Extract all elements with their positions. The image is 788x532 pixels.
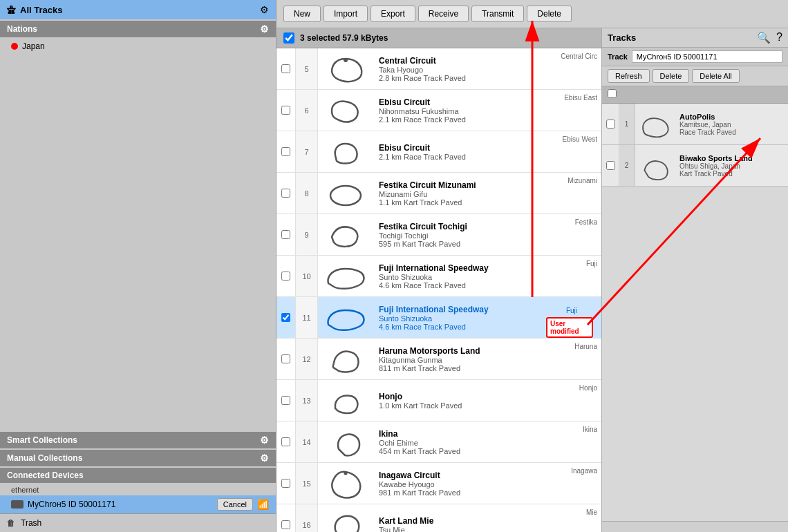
refresh-button[interactable]: Refresh (608, 69, 650, 83)
track-info: Haruna Motorsports Land Kitagunma Gunma … (373, 339, 546, 379)
track-tag: Central Circ (546, 48, 601, 89)
track-checkbox[interactable] (281, 396, 290, 405)
track-details: 4.6 km Race Track Paved (379, 323, 541, 331)
track-checkbox-container[interactable] (276, 297, 296, 338)
track-number: 12 (296, 339, 318, 379)
selection-summary: 3 selected 57.9 kBytes (300, 33, 388, 43)
track-checkbox-container[interactable] (276, 48, 296, 89)
track-checkbox[interactable] (281, 479, 290, 488)
search-icon[interactable]: 🔍 (757, 31, 771, 44)
manual-collections-settings-icon[interactable]: ⚙ (260, 453, 269, 464)
track-name: Ebisu Circuit (379, 97, 541, 107)
track-item: 12 Haruna Motorsports Land Kitagunma Gun… (276, 339, 601, 380)
track-checkbox[interactable] (281, 230, 290, 239)
track-checkbox-container[interactable] (276, 256, 296, 296)
track-number: 14 (296, 421, 318, 462)
track-checkbox[interactable] (281, 437, 290, 446)
nations-section: Nations ⚙ (0, 21, 276, 37)
track-name: Ebisu Circuit (379, 143, 541, 153)
device-item[interactable]: MyChrон5 ID 50001171 Cancel 📶 (0, 495, 276, 513)
track-checkbox[interactable] (281, 520, 290, 529)
track-item: 9 Festika Circuit Tochigi Tochigi Tochig… (276, 214, 601, 256)
track-details: 2.1 km Race Track Paved (379, 153, 541, 161)
track-checkbox-container[interactable] (276, 380, 296, 421)
all-tracks-header[interactable]: 🛣 All Tracks ⚙ (0, 0, 276, 19)
track-details: 1.1 km Kart Track Paved (379, 198, 541, 207)
track-item: 8 Festika Circuit Mizunami Mizunami Gifu… (276, 173, 601, 214)
import-button[interactable]: Import (323, 6, 368, 22)
select-all-checkbox[interactable] (283, 32, 294, 44)
right-track-checkbox-container[interactable] (602, 145, 619, 186)
cancel-button[interactable]: Cancel (217, 498, 253, 511)
track-info: Ebisu Circuit Nihonmatsu Fukushima 2.1 k… (373, 90, 546, 131)
right-track-image (635, 145, 677, 186)
svg-point-3 (344, 58, 348, 62)
track-number: 8 (296, 173, 318, 213)
smart-collections-section: Smart Collections ⚙ (0, 432, 276, 448)
right-delete-button[interactable]: Delete (653, 69, 690, 83)
japan-nation-item[interactable]: Japan (0, 37, 276, 55)
track-tag: Haruna (546, 339, 601, 379)
user-modified-badge: User modified (546, 317, 593, 338)
right-track-details: Race Track Paved (679, 129, 785, 136)
track-item: 7 Ebisu Circuit 2.1 km Race Track Paved … (276, 131, 601, 173)
ethernet-item: ethernet (0, 483, 276, 495)
track-checkbox-container[interactable] (276, 339, 296, 379)
track-checkbox-container[interactable] (276, 214, 296, 255)
device-name-label: MyChrон5 ID 50001171 (28, 500, 115, 509)
track-info: Fuji International Speedway Sunto Shizuo… (373, 256, 546, 296)
track-checkbox-container[interactable] (276, 463, 296, 504)
help-icon[interactable]: ? (776, 31, 782, 44)
trash-section[interactable]: 🗑 Trash (0, 513, 276, 532)
track-checkbox[interactable] (281, 106, 290, 115)
track-checkbox[interactable] (281, 272, 290, 281)
smart-collections-label: Smart Collections (7, 435, 77, 445)
track-checkbox[interactable] (281, 189, 290, 198)
track-tag: Ebisu West (546, 131, 601, 172)
track-checkbox[interactable] (281, 64, 290, 73)
right-delete-all-button[interactable]: Delete All (692, 69, 739, 83)
new-button[interactable]: New (283, 6, 321, 22)
right-track-checkbox[interactable] (606, 120, 615, 129)
track-checkbox-container[interactable] (276, 131, 296, 172)
export-button[interactable]: Export (370, 6, 415, 22)
delete-button[interactable]: Delete (527, 6, 572, 22)
track-number: 6 (296, 90, 318, 131)
track-info: Fuji International Speedway Sunto Shizuo… (373, 297, 546, 338)
sidebar-spacer (0, 55, 276, 432)
track-checkbox[interactable] (281, 147, 290, 156)
track-image (318, 131, 373, 172)
svg-point-5 (344, 471, 348, 475)
right-track-checkbox-container[interactable] (602, 104, 619, 144)
track-tag: Ikina (546, 421, 601, 462)
track-image (318, 173, 373, 213)
track-image (318, 256, 373, 296)
receive-button[interactable]: Receive (418, 6, 469, 22)
track-checkbox-container[interactable] (276, 421, 296, 462)
nations-label: Nations (7, 24, 37, 34)
right-panel-header: Tracks 🔍 ? (602, 28, 788, 48)
nations-settings-icon[interactable]: ⚙ (260, 23, 269, 35)
right-select-all-checkbox[interactable] (608, 89, 617, 98)
track-tag: Inagawa (546, 463, 601, 504)
smart-collections-settings-icon[interactable]: ⚙ (260, 435, 269, 446)
track-name: Fuji International Speedway (379, 305, 541, 314)
trash-label: Trash (21, 518, 41, 528)
track-details: 2.1 km Race Track Paved (379, 115, 541, 124)
track-checkbox-container[interactable] (276, 504, 296, 532)
right-track-details: Kart Track Paved (679, 170, 785, 178)
track-info: Kart Land Mie Tsu Mie (373, 504, 546, 532)
transmit-button[interactable]: Transmit (471, 6, 524, 22)
track-checkbox[interactable] (281, 354, 290, 363)
track-checkbox[interactable] (281, 313, 290, 322)
track-name: Honjo (379, 392, 541, 401)
track-checkbox-container[interactable] (276, 90, 296, 131)
track-info: Festika Circuit Tochigi Tochigi Tochigi … (373, 214, 546, 255)
right-track-checkbox[interactable] (606, 161, 615, 170)
right-track-image (635, 104, 677, 144)
all-tracks-settings-icon[interactable]: ⚙ (260, 4, 269, 15)
track-checkbox-container[interactable] (276, 173, 296, 213)
right-select-all-row[interactable] (602, 86, 788, 104)
track-info: Honjo 1.0 km Kart Track Paved (373, 380, 546, 421)
all-tracks-title: 🛣 All Tracks (7, 5, 62, 15)
